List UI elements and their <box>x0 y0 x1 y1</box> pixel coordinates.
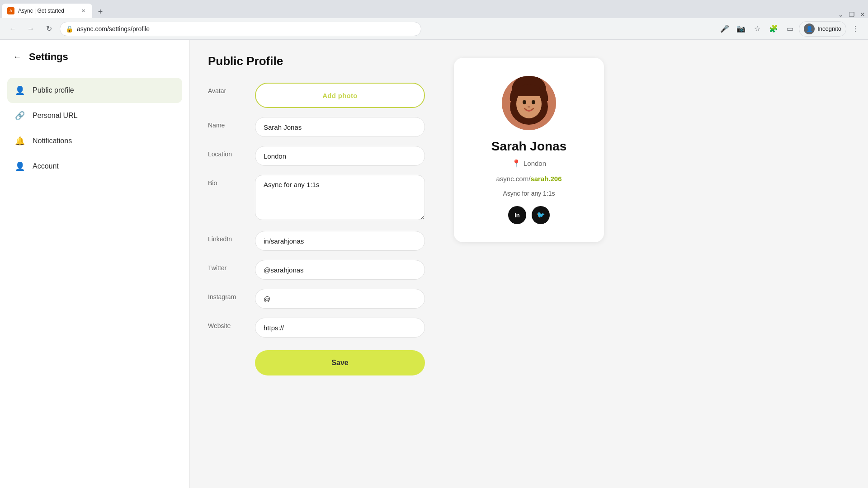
browser-chrome: A Async | Get started ✕ + ⌄ ❐ ✕ ← → ↻ 🔒 … <box>0 0 868 40</box>
preview-bio: Async for any 1:1s <box>468 190 590 197</box>
avatar-image <box>502 76 556 130</box>
sidebar-item-public-profile[interactable]: 👤 Public profile <box>7 78 182 103</box>
sidebar-item-label: Notifications <box>33 137 72 145</box>
incognito-label: Incognito <box>817 25 841 32</box>
save-button[interactable]: Save <box>255 350 425 375</box>
svg-point-5 <box>532 100 535 104</box>
bio-label: Bio <box>208 175 244 187</box>
back-nav-button[interactable]: ← <box>5 22 20 36</box>
camera-off-icon[interactable]: 📷 <box>734 22 748 36</box>
sidebar-item-label: Account <box>33 162 59 170</box>
twitter-input[interactable] <box>255 260 425 280</box>
sidebar-item-account[interactable]: 👤 Account <box>7 154 182 179</box>
social-icons: in 🐦 <box>468 206 590 224</box>
tab-title: Async | Get started <box>18 8 76 14</box>
app-layout: ← Settings 👤 Public profile 🔗 Personal U… <box>0 40 868 488</box>
back-button[interactable]: ← <box>11 51 24 63</box>
tab-close-button[interactable]: ✕ <box>80 7 87 14</box>
sidebar-item-notifications[interactable]: 🔔 Notifications <box>7 128 182 154</box>
save-row: Save <box>208 347 425 375</box>
linkedin-row: LinkedIn <box>208 231 425 251</box>
location-input[interactable] <box>255 146 425 166</box>
account-icon: 👤 <box>14 161 25 172</box>
bookmark-icon[interactable]: ☆ <box>750 22 764 36</box>
address-bar[interactable]: 🔒 async.com/settings/profile <box>60 22 421 36</box>
profile-avatar <box>502 76 556 130</box>
name-input[interactable] <box>255 117 425 137</box>
browser-toolbar: ← → ↻ 🔒 async.com/settings/profile 🎤 📷 ☆… <box>0 18 868 40</box>
restore-button[interactable]: ❐ <box>848 11 855 18</box>
settings-header: ← Settings <box>7 51 182 63</box>
location-label: Location <box>208 146 244 158</box>
sidebar-item-personal-url[interactable]: 🔗 Personal URL <box>7 103 182 128</box>
extensions-icon[interactable]: 🧩 <box>766 22 781 36</box>
notifications-icon: 🔔 <box>14 136 25 146</box>
linkedin-input[interactable] <box>255 231 425 251</box>
svg-point-6 <box>528 106 530 108</box>
profile-avatar-icon: 👤 <box>804 23 815 34</box>
minimize-button[interactable]: ⌄ <box>837 11 844 18</box>
tab-favicon: A <box>7 7 14 14</box>
sidebar-item-label: Public profile <box>33 86 74 94</box>
website-input[interactable] <box>255 318 425 338</box>
preview-name: Sarah Jonas <box>468 139 590 154</box>
linkedin-social-icon[interactable]: in <box>508 206 526 224</box>
new-tab-button[interactable]: + <box>94 5 107 18</box>
bio-input[interactable] <box>255 175 425 220</box>
location-pin-icon: 📍 <box>512 159 521 168</box>
avatar-row: Avatar Add photo <box>208 83 425 108</box>
linkedin-label: LinkedIn <box>208 231 244 243</box>
twitter-row: Twitter <box>208 260 425 280</box>
url-base: async.com/ <box>496 175 530 183</box>
form-fields: NameLocationBioLinkedInTwitterInstagramW… <box>208 117 425 338</box>
bio-row: Bio <box>208 175 425 222</box>
public-profile-icon: 👤 <box>14 85 25 96</box>
page-title: Public Profile <box>208 54 425 68</box>
profile-card: Sarah Jonas 📍 London async.com/sarah.206… <box>454 58 604 242</box>
microphone-icon[interactable]: 🎤 <box>717 22 732 36</box>
personal-url-icon: 🔗 <box>14 110 25 121</box>
lock-icon: 🔒 <box>66 25 73 33</box>
location-row: Location <box>208 146 425 166</box>
website-row: Website <box>208 318 425 338</box>
browser-tab-active[interactable]: A Async | Get started ✕ <box>2 4 92 18</box>
reload-button[interactable]: ↻ <box>42 22 56 36</box>
preview-location: 📍 London <box>468 159 590 168</box>
sidebar: ← Settings 👤 Public profile 🔗 Personal U… <box>0 40 190 488</box>
nav-list: 👤 Public profile 🔗 Personal URL 🔔 Notifi… <box>7 78 182 179</box>
preview-url: async.com/sarah.206 <box>468 175 590 183</box>
avatar-field: Add photo <box>255 83 425 108</box>
sidebar-item-label: Personal URL <box>33 112 78 120</box>
instagram-input[interactable] <box>255 289 425 309</box>
instagram-label: Instagram <box>208 289 244 300</box>
settings-title: Settings <box>29 51 68 63</box>
twitter-social-icon[interactable]: 🐦 <box>532 206 550 224</box>
window-controls: ⌄ ❐ ✕ <box>837 11 866 18</box>
close-button[interactable]: ✕ <box>859 11 866 18</box>
preview-panel: Sarah Jonas 📍 London async.com/sarah.206… <box>443 40 615 488</box>
name-label: Name <box>208 117 244 129</box>
add-photo-button[interactable]: Add photo <box>255 83 425 108</box>
url-text: async.com/settings/profile <box>77 25 415 33</box>
sidebar-toggle-icon[interactable]: ▭ <box>783 22 797 36</box>
menu-icon[interactable]: ⋮ <box>848 22 863 36</box>
profile-button[interactable]: 👤 Incognito <box>799 21 846 37</box>
preview-location-text: London <box>524 160 546 167</box>
avatar-label: Avatar <box>208 83 244 94</box>
svg-point-4 <box>523 100 526 104</box>
forward-nav-button[interactable]: → <box>24 22 38 36</box>
browser-tabs: A Async | Get started ✕ + ⌄ ❐ ✕ <box>0 0 868 18</box>
website-label: Website <box>208 318 244 329</box>
instagram-row: Instagram <box>208 289 425 309</box>
twitter-label: Twitter <box>208 260 244 272</box>
toolbar-actions: 🎤 📷 ☆ 🧩 ▭ 👤 Incognito ⋮ <box>717 21 863 37</box>
name-row: Name <box>208 117 425 137</box>
url-highlight: sarah.206 <box>530 175 561 183</box>
main-content: Public Profile Avatar Add photo NameLoca… <box>190 40 443 488</box>
